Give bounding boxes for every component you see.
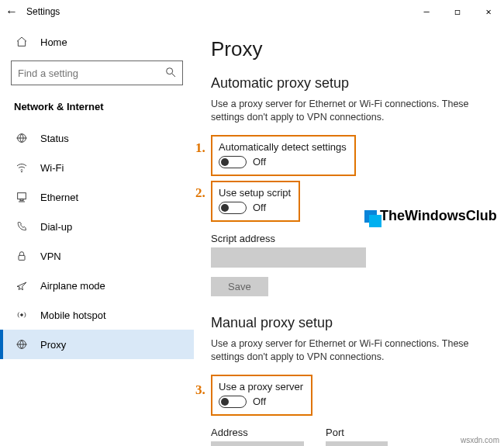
hotspot-icon (14, 309, 29, 321)
annotation-1: 1. (195, 140, 205, 156)
sidebar-item-airplane[interactable]: Airplane mode (0, 271, 194, 300)
svg-rect-5 (18, 193, 26, 199)
port-label: Port (326, 427, 388, 438)
use-proxy-toggle[interactable] (219, 396, 247, 408)
address-input[interactable] (211, 441, 304, 447)
sidebar-item-label: Wi-Fi (40, 162, 64, 174)
svg-point-0 (167, 68, 173, 74)
use-proxy-label: Use a proxy server (219, 381, 303, 392)
svg-rect-6 (20, 199, 23, 201)
sidebar-item-label: Dial-up (40, 221, 72, 233)
setup-script-state: Off (253, 202, 266, 213)
sidebar-item-label: VPN (40, 251, 61, 262)
search-input[interactable] (11, 61, 183, 85)
script-address-input[interactable] (211, 247, 366, 268)
address-label: Address (211, 427, 304, 438)
auto-detect-label: Automatically detect settings (219, 141, 347, 153)
sidebar-item-dialup[interactable]: Dial-up (0, 212, 194, 241)
section-auto-desc: Use a proxy server for Ethernet or Wi-Fi… (211, 98, 487, 124)
sidebar-section: Network & Internet (0, 96, 194, 123)
annotation-2: 2. (195, 185, 205, 201)
airplane-icon (14, 279, 29, 292)
svg-line-1 (172, 74, 175, 77)
vpn-icon (14, 250, 29, 262)
minimize-button[interactable]: ― (411, 0, 442, 23)
titlebar: ← Settings ― ◻ ✕ (0, 0, 504, 23)
watermark-icon (364, 210, 377, 223)
auto-detect-state: Off (253, 156, 266, 168)
section-manual-title: Manual proxy setup (211, 315, 487, 331)
sidebar-item-hotspot[interactable]: Mobile hotspot (0, 300, 194, 330)
sidebar-item-ethernet[interactable]: Ethernet (0, 182, 194, 212)
sidebar-item-proxy[interactable]: Proxy (0, 330, 194, 359)
home-icon (14, 36, 29, 48)
window-title: Settings (23, 6, 60, 17)
auto-detect-block: Automatically detect settings Off (211, 135, 356, 176)
annotation-3: 3. (195, 382, 205, 398)
sidebar-item-label: Ethernet (40, 192, 78, 203)
page-title: Proxy (211, 37, 487, 61)
content: Proxy Automatic proxy setup Use a proxy … (194, 23, 504, 446)
section-manual-desc: Use a proxy server for Ethernet or Wi-Fi… (211, 337, 487, 364)
close-button[interactable]: ✕ (473, 0, 504, 23)
search-icon (164, 66, 177, 81)
sidebar-home-label: Home (40, 36, 67, 48)
svg-point-9 (21, 314, 23, 316)
sidebar-home[interactable]: Home (0, 29, 194, 54)
watermark-text: TheWindowsClub (380, 208, 497, 224)
sidebar-item-label: Proxy (40, 339, 66, 351)
script-address-label: Script address (211, 233, 487, 244)
svg-rect-8 (19, 255, 25, 260)
sidebar-item-label: Status (40, 133, 69, 144)
status-icon (14, 132, 29, 144)
sidebar-item-label: Airplane mode (40, 280, 105, 292)
sidebar-item-label: Mobile hotspot (40, 309, 106, 321)
svg-point-4 (21, 171, 22, 172)
setup-script-block: Use setup script Off (211, 181, 300, 222)
sidebar-item-vpn[interactable]: VPN (0, 241, 194, 271)
wifi-icon (14, 161, 29, 174)
footer-source: wsxdn.com (461, 436, 499, 444)
use-proxy-state: Off (253, 396, 266, 407)
sidebar-item-wifi[interactable]: Wi-Fi (0, 153, 194, 182)
setup-script-label: Use setup script (219, 187, 291, 199)
port-input[interactable] (326, 441, 388, 447)
sidebar-item-status[interactable]: Status (0, 123, 194, 153)
sidebar-nav: Status Wi-Fi Ethernet Dial-up VPN (0, 123, 194, 359)
maximize-button[interactable]: ◻ (442, 0, 473, 23)
ethernet-icon (14, 191, 29, 203)
use-proxy-block: Use a proxy server Off (211, 375, 312, 416)
section-auto-title: Automatic proxy setup (211, 75, 487, 92)
sidebar: Home Network & Internet Status Wi-Fi (0, 23, 194, 446)
proxy-icon (14, 338, 29, 351)
auto-detect-toggle[interactable] (219, 156, 247, 168)
search-wrap (11, 61, 183, 85)
back-button[interactable]: ← (0, 5, 23, 19)
watermark: TheWindowsClub (364, 208, 497, 224)
save-button[interactable]: Save (211, 277, 268, 296)
setup-script-toggle[interactable] (219, 202, 247, 214)
dialup-icon (14, 220, 29, 233)
